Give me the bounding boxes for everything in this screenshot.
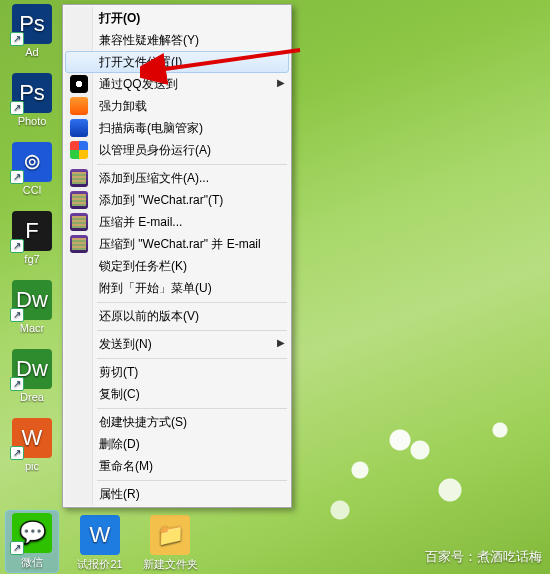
uninst-icon [69,97,89,115]
menu-item[interactable]: 压缩并 E-mail... [65,211,289,233]
app-tile-icon: Ps↗ [12,4,52,44]
menu-item[interactable]: 扫描病毒(电脑管家) [65,117,289,139]
rar-icon [69,169,89,187]
menu-item[interactable]: 复制(C) [65,383,289,405]
menu-item-label: 锁定到任务栏(K) [99,258,187,275]
app-tile-icon: ⊚↗ [12,142,52,182]
desktop-icon[interactable]: 📁新建文件夹 [142,515,198,572]
shortcut-badge-icon: ↗ [10,308,24,322]
app-tile-icon: Ps↗ [12,73,52,113]
file-icon: 📁 [150,515,190,555]
shortcut-badge-icon: ↗ [10,101,24,115]
menu-item-label: 打开(O) [99,10,140,27]
desktop-icon-label: 微信 [21,555,43,570]
wechat-icon: 💬↗ [12,513,52,553]
submenu-arrow-icon: ▶ [277,337,285,348]
menu-item[interactable]: 兼容性疑难解答(Y) [65,29,289,51]
desktop-icon-wechat[interactable]: 💬↗微信 [6,511,58,572]
menu-item-label: 添加到 "WeChat.rar"(T) [99,192,223,209]
desktop-icon-label: Ad [25,46,38,58]
desktop-icon[interactable]: W试报价21 [72,515,128,572]
rar-icon [69,191,89,209]
desktop-icon[interactable]: Ps↗Ad [6,4,58,58]
app-tile-icon: W↗ [12,418,52,458]
desktop-icon[interactable]: F↗fg7 [6,211,58,265]
menu-item-label: 压缩到 "WeChat.rar" 并 E-mail [99,236,261,253]
menu-item[interactable]: 还原以前的版本(V) [65,305,289,327]
menu-item[interactable]: 打开(O) [65,7,289,29]
menu-item[interactable]: 以管理员身份运行(A) [65,139,289,161]
context-menu: 打开(O)兼容性疑难解答(Y)打开文件位置(I)通过QQ发送到▶强力卸载扫描病毒… [62,4,292,508]
shield-icon [69,119,89,137]
desktop-icon[interactable]: Ps↗Photo [6,73,58,127]
menu-item-label: 以管理员身份运行(A) [99,142,211,159]
qq-icon [69,75,89,93]
menu-item-label: 附到「开始」菜单(U) [99,280,212,297]
app-tile-icon: Dw↗ [12,349,52,389]
menu-item[interactable]: 强力卸载 [65,95,289,117]
menu-item-label: 还原以前的版本(V) [99,308,199,325]
desktop-icons-column: Ps↗AdPs↗Photo⊚↗CClF↗fg7Dw↗MacrDw↗DreaW↗p… [6,4,58,472]
shortcut-badge-icon: ↗ [10,541,24,555]
submenu-arrow-icon: ▶ [277,77,285,88]
menu-item[interactable]: 发送到(N)▶ [65,333,289,355]
desktop-icon-label: CCl [23,184,41,196]
desktop-icon-label: 新建文件夹 [143,557,198,572]
menu-item-label: 强力卸载 [99,98,147,115]
rar-icon [69,235,89,253]
menu-item-label: 删除(D) [99,436,140,453]
menu-item-label: 打开文件位置(I) [99,54,182,71]
desktop-icon-label: fg7 [24,253,39,265]
menu-item[interactable]: 打开文件位置(I) [65,51,289,73]
menu-item-label: 复制(C) [99,386,140,403]
shortcut-badge-icon: ↗ [10,446,24,460]
menu-item-label: 扫描病毒(电脑管家) [99,120,203,137]
desktop-icon[interactable]: W↗pic [6,418,58,472]
desktop-icon-label: Photo [18,115,47,127]
menu-item[interactable]: 属性(R) [65,483,289,505]
menu-item[interactable]: 添加到 "WeChat.rar"(T) [65,189,289,211]
menu-item[interactable]: 创建快捷方式(S) [65,411,289,433]
menu-item[interactable]: 删除(D) [65,433,289,455]
menu-item[interactable]: 剪切(T) [65,361,289,383]
menu-item-label: 重命名(M) [99,458,153,475]
menu-item-label: 发送到(N) [99,336,152,353]
rar-icon [69,213,89,231]
file-icon: W [80,515,120,555]
app-tile-icon: F↗ [12,211,52,251]
menu-item-label: 通过QQ发送到 [99,76,178,93]
desktop-icons-bottom: W试报价21📁新建文件夹 [72,515,198,572]
desktop-icon[interactable]: ⊚↗CCl [6,142,58,196]
menu-item[interactable]: 压缩到 "WeChat.rar" 并 E-mail [65,233,289,255]
app-tile-icon: Dw↗ [12,280,52,320]
menu-item[interactable]: 通过QQ发送到▶ [65,73,289,95]
menu-item[interactable]: 添加到压缩文件(A)... [65,167,289,189]
shortcut-badge-icon: ↗ [10,32,24,46]
shortcut-badge-icon: ↗ [10,170,24,184]
desktop-icon[interactable]: Dw↗Drea [6,349,58,403]
desktop-icon-label: Drea [20,391,44,403]
menu-item-label: 创建快捷方式(S) [99,414,187,431]
desktop-icon[interactable]: Dw↗Macr [6,280,58,334]
desktop-icon-label: Macr [20,322,44,334]
desktop-icon-label: pic [25,460,39,472]
menu-item[interactable]: 锁定到任务栏(K) [65,255,289,277]
menu-item-label: 兼容性疑难解答(Y) [99,32,199,49]
menu-item-label: 剪切(T) [99,364,138,381]
shortcut-badge-icon: ↗ [10,377,24,391]
menu-item[interactable]: 附到「开始」菜单(U) [65,277,289,299]
menu-item[interactable]: 重命名(M) [65,455,289,477]
watermark: 百家号：煮酒吃话梅 [425,548,542,566]
menu-item-label: 属性(R) [99,486,140,503]
menu-item-label: 添加到压缩文件(A)... [99,170,209,187]
admin-icon [69,141,89,159]
shortcut-badge-icon: ↗ [10,239,24,253]
desktop-icon-label: 试报价21 [77,557,122,572]
menu-item-label: 压缩并 E-mail... [99,214,182,231]
